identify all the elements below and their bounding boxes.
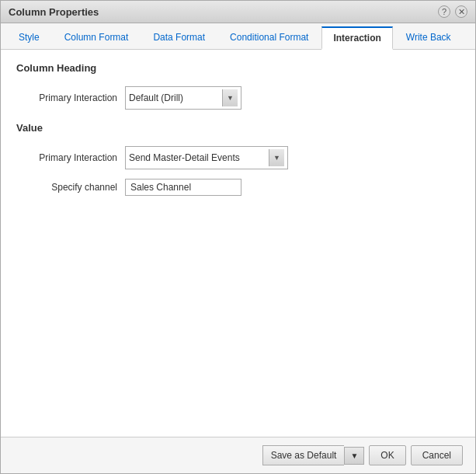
cancel-button[interactable]: Cancel <box>411 445 463 465</box>
value-primary-interaction-control: Send Master-Detail Events ▼ <box>125 146 288 169</box>
help-icon[interactable]: ? <box>438 5 450 18</box>
dialog-title: Column Properties <box>9 6 99 18</box>
value-primary-interaction-label: Primary Interaction <box>16 152 125 163</box>
tab-style[interactable]: Style <box>7 26 51 49</box>
dialog-content: Column Heading Primary Interaction Defau… <box>1 50 475 437</box>
column-heading-primary-interaction-select[interactable]: Default (Drill) ▼ <box>125 86 241 110</box>
column-heading-primary-interaction-row: Primary Interaction Default (Drill) ▼ <box>16 86 460 110</box>
dialog-titlebar: Column Properties ? ✕ <box>1 1 475 23</box>
value-primary-interaction-value: Send Master-Detail Events <box>129 152 269 163</box>
column-properties-dialog: Column Properties ? ✕ Style Column Forma… <box>0 0 476 474</box>
specify-channel-row: Specify channel <box>16 179 460 196</box>
dialog-footer: Save as Default ▼ OK Cancel <box>1 437 475 473</box>
tabs-bar: Style Column Format Data Format Conditio… <box>1 23 475 50</box>
column-heading-primary-interaction-label: Primary Interaction <box>16 92 125 103</box>
tab-data-format[interactable]: Data Format <box>141 26 217 49</box>
specify-channel-control <box>125 179 241 196</box>
value-primary-interaction-dropdown-btn[interactable]: ▼ <box>269 149 284 166</box>
tab-conditional-format[interactable]: Conditional Format <box>218 26 320 49</box>
save-as-default-dropdown-btn[interactable]: ▼ <box>344 447 364 465</box>
column-heading-primary-interaction-dropdown-btn[interactable]: ▼ <box>222 89 238 106</box>
specify-channel-input[interactable] <box>125 179 241 196</box>
save-as-default-button-group: Save as Default ▼ <box>262 445 365 465</box>
section-divider: Value <box>16 122 460 137</box>
tab-write-back[interactable]: Write Back <box>394 26 463 49</box>
value-section-title: Value <box>16 122 460 137</box>
column-heading-title: Column Heading <box>16 62 460 77</box>
dropdown-arrow-icon-2: ▼ <box>273 154 280 162</box>
ok-button[interactable]: OK <box>369 445 405 465</box>
value-primary-interaction-row: Primary Interaction Send Master-Detail E… <box>16 146 460 169</box>
close-icon[interactable]: ✕ <box>455 5 467 18</box>
specify-channel-label: Specify channel <box>16 182 125 193</box>
value-primary-interaction-select[interactable]: Send Master-Detail Events ▼ <box>125 146 288 169</box>
tab-column-format[interactable]: Column Format <box>53 26 141 49</box>
save-as-default-button[interactable]: Save as Default <box>262 445 345 465</box>
column-heading-primary-interaction-value: Default (Drill) <box>129 92 222 103</box>
column-heading-primary-interaction-control: Default (Drill) ▼ <box>125 86 241 110</box>
titlebar-icons: ? ✕ <box>438 5 467 18</box>
tab-interaction[interactable]: Interaction <box>321 26 392 50</box>
dropdown-arrow-icon: ▼ <box>227 94 234 102</box>
